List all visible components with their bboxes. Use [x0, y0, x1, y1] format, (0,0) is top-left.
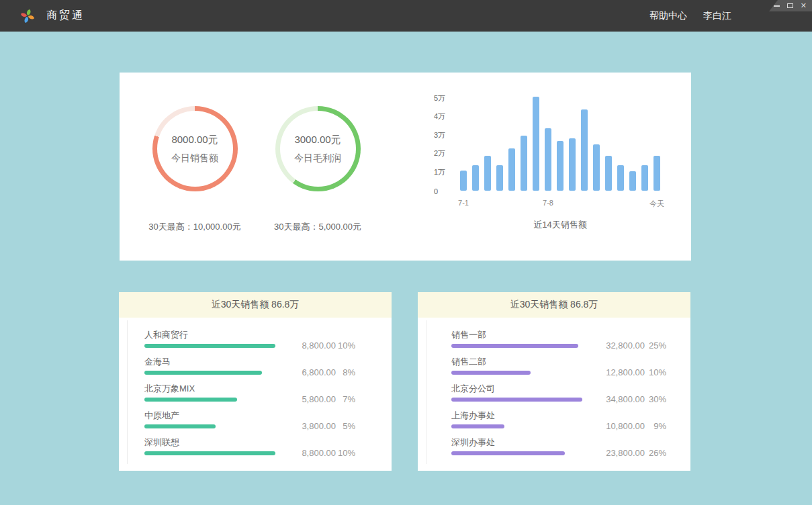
rank-item-name: 上海办事处 [451, 410, 690, 421]
rank-item-amount: 3,800.00 [269, 421, 336, 431]
help-center-link[interactable]: 帮助中心 [649, 10, 687, 22]
rank-item-name: 中原地产 [144, 410, 392, 421]
rank-item-name: 北京分公司 [451, 383, 690, 394]
rank-item-percent: 7% [336, 394, 355, 404]
rank-item-percent: 5% [336, 421, 355, 431]
x-axis-tick: 7-8 [543, 199, 553, 207]
rank-row[interactable]: 销售一部32,800.0025% [451, 330, 690, 348]
maximize-icon[interactable] [787, 3, 793, 8]
close-icon[interactable]: ✕ [801, 3, 807, 9]
rank-row[interactable]: 深圳联想8,800.0010% [144, 437, 392, 455]
bar [581, 109, 588, 191]
bar-chart-title: 近14天销售额 [460, 219, 660, 231]
rank-item-amount: 5,800.00 [269, 394, 336, 404]
today-profit-label: 今日毛利润 [294, 152, 341, 165]
rank-row[interactable]: 北京万象MIX5,800.007% [144, 383, 392, 402]
today-sales-value: 8000.00元 [171, 134, 218, 146]
customer-rank-list: 人和商贸行8,800.0010%金海马6,800.008%北京万象MIX5,80… [119, 318, 392, 471]
department-rank-list: 销售一部32,800.0025%销售二部12,800.0010%北京分公司34,… [418, 318, 690, 471]
y-axis-tick: 0 [434, 187, 461, 195]
rank-item-name: 人和商贸行 [144, 330, 392, 340]
rank-item-bar [451, 344, 578, 348]
titlebar: 商贸通 帮助中心 李白江 ✕ [0, 0, 812, 32]
rank-item-bar [144, 398, 237, 402]
rank-item-bar [451, 451, 565, 455]
bar [653, 156, 660, 191]
bar-chart-x-axis: 7-17-8今天 [415, 199, 684, 210]
rank-item-amount: 10,800.00 [578, 421, 645, 431]
bar-group [460, 97, 660, 191]
user-name-link[interactable]: 李白江 [703, 10, 731, 22]
rank-row[interactable]: 北京分公司34,800.0030% [451, 383, 690, 402]
rank-item-amount: 8,800.00 [269, 340, 336, 351]
today-profit-gauge: 3000.00元 今日毛利润 30天最高：5,000.00元 [240, 106, 395, 233]
bar [508, 148, 515, 191]
rank-item-amount: 8,800.00 [269, 448, 336, 458]
rank-item-name: 深圳办事处 [451, 437, 690, 448]
rank-item-values: 23,800.0026% [578, 448, 666, 458]
minimize-icon[interactable] [774, 5, 780, 7]
y-axis-tick: 4万 [434, 111, 461, 122]
today-sales-caption: 30天最高：10,000.00元 [148, 221, 240, 233]
rank-item-values: 8,800.0010% [269, 340, 355, 351]
bar [460, 171, 467, 191]
rank-item-percent: 25% [645, 340, 666, 351]
bar [605, 156, 612, 191]
bar [496, 165, 503, 191]
bar [545, 128, 551, 191]
rank-item-bar [144, 451, 275, 455]
rank-item-bar [144, 371, 262, 375]
window-controls: ✕ [769, 0, 812, 11]
today-profit-ring: 3000.00元 今日毛利润 [275, 106, 361, 191]
x-axis-tick: 今天 [649, 199, 664, 209]
rank-item-percent: 26% [645, 448, 666, 458]
pinwheel-logo-icon [18, 7, 37, 26]
rank-row[interactable]: 人和商贸行8,800.0010% [144, 330, 392, 348]
rank-item-percent: 8% [336, 367, 355, 377]
bar [533, 97, 539, 191]
bar [641, 165, 648, 191]
rank-row[interactable]: 上海办事处10,800.009% [451, 410, 690, 428]
rank-item-amount: 23,800.00 [578, 448, 645, 458]
rank-item-values: 5,800.007% [269, 394, 355, 404]
rank-row[interactable]: 中原地产3,800.005% [144, 410, 392, 428]
rank-item-values: 34,800.0030% [578, 394, 666, 404]
rank-item-amount: 6,800.00 [269, 367, 336, 377]
bar [521, 136, 527, 191]
rank-item-percent: 9% [645, 421, 666, 431]
bar [557, 141, 563, 191]
rank-item-name: 北京万象MIX [144, 383, 392, 394]
bar [593, 144, 600, 191]
rank-row[interactable]: 深圳办事处23,800.0026% [451, 437, 690, 455]
rank-item-percent: 10% [336, 448, 355, 458]
rank-item-percent: 10% [645, 367, 666, 377]
customer-rank-title: 近30天销售额 86.8万 [119, 292, 392, 318]
bar-chart-plot: 5万4万3万2万1万0 [415, 89, 684, 191]
sales-14d-bar-chart: 5万4万3万2万1万0 7-17-8今天 近14天销售额 [415, 89, 684, 231]
department-rank-title: 近30天销售额 86.8万 [418, 292, 690, 318]
rank-item-percent: 10% [336, 340, 355, 351]
rank-item-bar [451, 371, 531, 375]
rank-item-bar [451, 424, 504, 428]
rank-item-name: 深圳联想 [144, 437, 392, 448]
bar [472, 165, 479, 191]
customer-rank-card: 近30天销售额 86.8万 人和商贸行8,800.0010%金海马6,800.0… [119, 292, 392, 471]
today-sales-ring: 8000.00元 今日销售额 [152, 106, 238, 191]
rank-row[interactable]: 金海马6,800.008% [144, 357, 392, 375]
rank-item-values: 32,800.0025% [578, 340, 666, 351]
rank-item-values: 6,800.008% [269, 367, 355, 377]
rank-item-bar [144, 344, 275, 348]
bar [569, 138, 576, 191]
today-profit-value: 3000.00元 [294, 134, 341, 146]
y-axis-tick: 1万 [434, 167, 461, 177]
rank-item-bar [451, 398, 582, 402]
rank-item-amount: 32,800.00 [578, 340, 645, 351]
rank-item-percent: 30% [645, 394, 666, 404]
y-axis-tick: 3万 [434, 130, 461, 140]
department-rank-card: 近30天销售额 86.8万 销售一部32,800.0025%销售二部12,800… [418, 292, 690, 471]
x-axis-tick: 7-1 [458, 199, 469, 207]
y-axis-tick: 2万 [434, 148, 461, 158]
today-profit-caption: 30天最高：5,000.00元 [274, 221, 361, 233]
rank-row[interactable]: 销售二部12,800.0010% [451, 357, 690, 375]
bar [617, 165, 624, 191]
